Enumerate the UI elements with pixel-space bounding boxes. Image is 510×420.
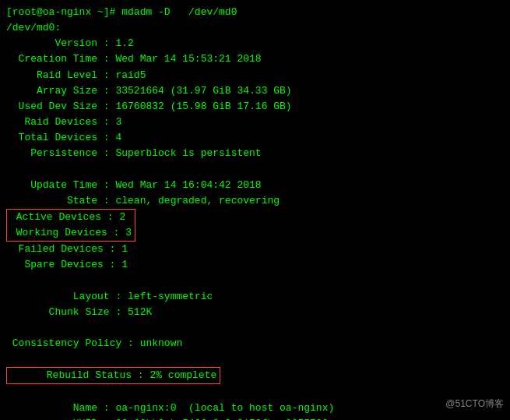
- uuid-line: UUID : 80e62bb3:bc5466a0:2e8152fb:a89557…: [6, 416, 504, 420]
- working-devices-line: Working Devices : 3: [10, 225, 132, 241]
- used-dev-size-line: Used Dev Size : 16760832 (15.98 GiB 17.1…: [6, 99, 504, 115]
- active-devices-line: Active Devices : 2: [10, 210, 132, 225]
- device-line: /dev/md0:: [6, 20, 504, 36]
- failed-devices-line: Failed Devices : 1: [6, 242, 504, 257]
- recovering-text: recovering: [219, 195, 280, 206]
- layout-line: Layout : left-symmetric: [6, 289, 504, 305]
- consistency-line: Consistency Policy : unknown: [6, 336, 504, 351]
- spare-devices-line: Spare Devices : 1: [6, 257, 504, 273]
- active-devices-highlight: Active Devices : 2 Working Devices : 3: [6, 209, 135, 242]
- total-devices-line: Total Devices : 4: [6, 130, 504, 146]
- blank4: [6, 351, 504, 367]
- raid-level-line: Raid Level : raid5: [6, 68, 504, 83]
- blank3: [6, 320, 504, 336]
- blank2: [6, 273, 504, 288]
- rebuild-status-highlight: Rebuild Status : 2% complete: [6, 367, 220, 384]
- rebuild-status-line: Rebuild Status : 2% complete: [10, 368, 216, 383]
- update-time-line: Update Time : Wed Mar 14 16:04:42 2018: [6, 178, 504, 193]
- blank5: [6, 384, 504, 400]
- watermark: @51CTO博客: [445, 397, 504, 411]
- prompt-line: [root@oa-nginx ~]# mdadm -D /dev/md0: [6, 5, 504, 20]
- array-size-line: Array Size : 33521664 (31.97 GiB 34.33 G…: [6, 83, 504, 99]
- persistence-line: Persistence : Superblock is persistent: [6, 146, 504, 161]
- blank1: [6, 161, 504, 177]
- terminal: [root@oa-nginx ~]# mdadm -D /dev/md0 /de…: [0, 0, 510, 420]
- state-line: State : clean, degraded, recovering: [6, 193, 504, 209]
- version-line: Version : 1.2: [6, 36, 504, 51]
- creation-time-line: Creation Time : Wed Mar 14 15:53:21 2018: [6, 51, 504, 67]
- chunk-size-line: Chunk Size : 512K: [6, 305, 504, 320]
- raid-devices-line: Raid Devices : 3: [6, 115, 504, 130]
- name-line: Name : oa-nginx:0 (local to host oa-ngin…: [6, 401, 504, 416]
